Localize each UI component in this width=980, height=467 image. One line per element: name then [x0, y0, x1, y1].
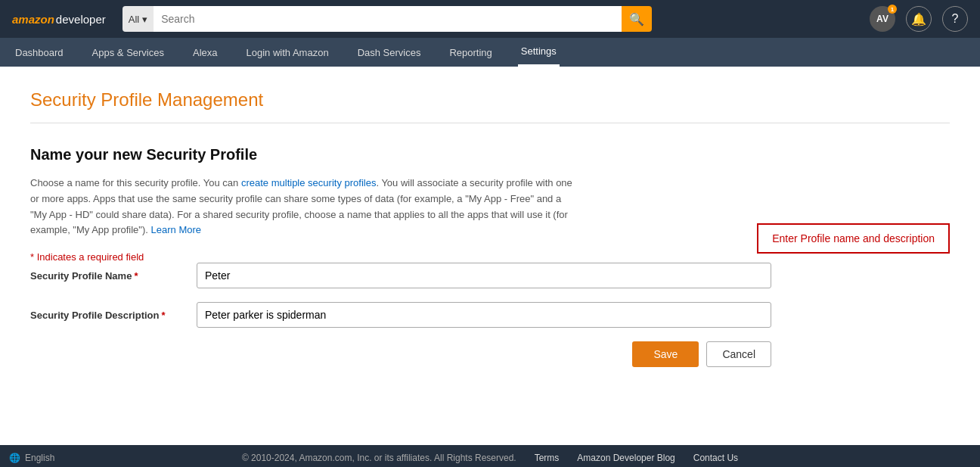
sidebar-item-dashboard[interactable]: Dashboard	[12, 38, 67, 67]
sidebar-item-alexa[interactable]: Alexa	[190, 38, 221, 67]
language-label: English	[25, 453, 54, 463]
notification-badge: 1	[888, 5, 897, 14]
required-star-desc: *	[162, 310, 166, 321]
divider	[30, 123, 950, 123]
contact-us-link[interactable]: Contact Us	[693, 453, 738, 463]
profile-description-input[interactable]	[197, 302, 771, 328]
learn-more-link[interactable]: Learn More	[151, 224, 201, 235]
logo-developer: developer	[56, 13, 106, 26]
avatar-initials: AV	[876, 14, 889, 24]
logo-amazon: amazon	[12, 13, 54, 26]
sidebar-item-settings[interactable]: Settings	[518, 38, 560, 67]
profile-description-label: Security Profile Description*	[30, 310, 197, 321]
footer: 🌐 English © 2010-2024, Amazon.com, Inc. …	[0, 445, 980, 467]
search-dropdown[interactable]: All ▾	[122, 6, 154, 32]
globe-icon: 🌐	[9, 453, 20, 463]
top-navigation: amazondeveloper All ▾ 🔍 AV 1 🔔 ?	[0, 0, 980, 38]
profile-form: Security Profile Name* Security Profile …	[30, 263, 950, 367]
sidebar-item-apps-services[interactable]: Apps & Services	[89, 38, 167, 67]
help-button[interactable]: ?	[942, 6, 968, 32]
validation-message: Enter Profile name and description	[772, 232, 935, 244]
sidebar-item-dash-services[interactable]: Dash Services	[355, 38, 424, 67]
required-star: *	[134, 270, 138, 282]
validation-message-box: Enter Profile name and description	[757, 223, 950, 254]
search-button[interactable]: 🔍	[622, 6, 652, 32]
profile-name-row: Security Profile Name*	[30, 263, 950, 288]
language-selector[interactable]: 🌐 English	[9, 453, 54, 463]
terms-link[interactable]: Terms	[535, 453, 560, 463]
cancel-button[interactable]: Cancel	[706, 341, 771, 367]
bell-icon: 🔔	[911, 12, 926, 26]
sidebar-item-login-with-amazon[interactable]: Login with Amazon	[243, 38, 332, 67]
profile-name-input[interactable]	[197, 263, 771, 288]
search-container: All ▾ 🔍	[122, 6, 652, 32]
copyright: © 2010-2024, Amazon.com, Inc. or its aff…	[242, 453, 516, 463]
profile-description-row: Security Profile Description*	[30, 302, 950, 328]
question-mark-icon: ?	[952, 12, 959, 26]
amazon-developer-blog-link[interactable]: Amazon Developer Blog	[577, 453, 675, 463]
logo[interactable]: amazondeveloper	[12, 13, 106, 26]
required-note: * Indicates a required field	[30, 251, 144, 263]
sidebar-item-reporting[interactable]: Reporting	[446, 38, 495, 67]
create-multiple-link[interactable]: create multiple security profiles	[241, 177, 376, 188]
search-icon: 🔍	[629, 12, 644, 26]
secondary-navigation: Dashboard Apps & Services Alexa Login wi…	[0, 38, 980, 67]
form-actions: Save Cancel	[30, 341, 771, 367]
nav-right: AV 1 🔔 ?	[870, 6, 968, 32]
required-validation-row: * Indicates a required field Enter Profi…	[30, 251, 950, 263]
form-section-title: Name your new Security Profile	[30, 146, 950, 163]
profile-name-label: Security Profile Name*	[30, 270, 197, 282]
description-text: Choose a name for this security profile.…	[30, 176, 575, 238]
main-content: Security Profile Management Name your ne…	[0, 67, 980, 445]
notification-bell-button[interactable]: 🔔	[906, 6, 932, 32]
save-button[interactable]: Save	[632, 341, 699, 367]
search-dropdown-label: All	[129, 14, 139, 25]
page-title: Security Profile Management	[30, 89, 950, 111]
avatar[interactable]: AV 1	[870, 6, 895, 32]
chevron-down-icon: ▾	[142, 14, 147, 25]
search-input[interactable]	[154, 6, 622, 32]
